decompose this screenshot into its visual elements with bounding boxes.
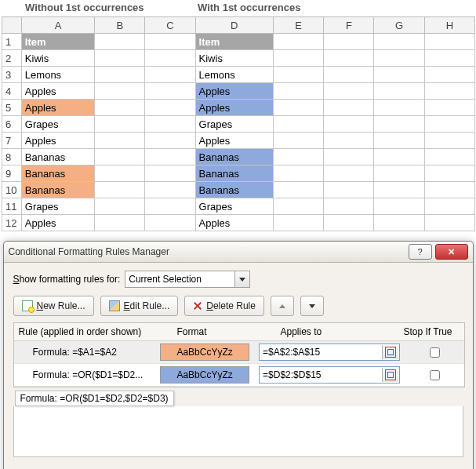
cell[interactable] <box>374 165 424 182</box>
cell[interactable] <box>424 67 474 83</box>
cell[interactable] <box>274 116 324 133</box>
cell[interactable] <box>274 34 324 50</box>
cell[interactable] <box>324 67 374 83</box>
cell[interactable] <box>424 83 474 100</box>
show-rules-combo[interactable]: Current Selection <box>125 271 250 288</box>
cell[interactable] <box>274 165 324 182</box>
col-header[interactable]: A <box>21 17 94 34</box>
col-header[interactable]: H <box>424 17 474 34</box>
cell[interactable] <box>324 182 374 198</box>
cell[interactable]: Item <box>195 34 273 50</box>
row-header[interactable]: 5 <box>2 100 22 116</box>
cell[interactable]: Grapes <box>21 198 94 215</box>
cell[interactable] <box>145 50 195 67</box>
col-header[interactable]: E <box>274 17 324 34</box>
cell[interactable]: Apples <box>195 100 273 116</box>
col-header[interactable]: D <box>195 17 273 34</box>
cell[interactable] <box>274 83 324 100</box>
applies-to-input[interactable]: =$D$2:$D$15 <box>259 366 400 384</box>
cell[interactable]: Apples <box>195 83 273 100</box>
cell[interactable] <box>95 67 145 83</box>
row-header[interactable]: 9 <box>2 165 22 182</box>
cell[interactable] <box>324 198 374 215</box>
cell[interactable] <box>374 67 424 83</box>
help-button[interactable]: ? <box>409 244 432 260</box>
cell[interactable] <box>145 198 195 215</box>
row-header[interactable]: 7 <box>2 133 22 149</box>
row-header[interactable]: 2 <box>2 50 22 67</box>
cell[interactable] <box>374 116 424 133</box>
cell[interactable] <box>274 215 324 231</box>
cell[interactable] <box>145 116 195 133</box>
cell[interactable] <box>95 116 145 133</box>
cell[interactable] <box>324 165 374 182</box>
cell[interactable] <box>424 215 474 231</box>
cell[interactable]: Bananas <box>21 149 94 165</box>
cell[interactable] <box>145 100 195 116</box>
cell[interactable] <box>324 133 374 149</box>
cell[interactable]: Grapes <box>195 198 273 215</box>
cell[interactable] <box>274 198 324 215</box>
col-header[interactable]: B <box>95 17 145 34</box>
cell[interactable] <box>324 83 374 100</box>
row-header[interactable]: 12 <box>2 215 22 231</box>
cell[interactable] <box>274 50 324 67</box>
cell[interactable] <box>324 34 374 50</box>
edit-rule-button[interactable]: Edit Rule... <box>100 296 179 316</box>
cell[interactable] <box>274 100 324 116</box>
cell[interactable] <box>424 133 474 149</box>
cell[interactable] <box>424 116 474 133</box>
cell[interactable] <box>95 182 145 198</box>
stop-if-true-checkbox[interactable] <box>430 347 440 358</box>
cell[interactable] <box>145 67 195 83</box>
cell[interactable] <box>274 182 324 198</box>
cell[interactable] <box>95 215 145 231</box>
cell[interactable] <box>324 215 374 231</box>
cell[interactable] <box>374 215 424 231</box>
cell[interactable]: Item <box>21 34 94 50</box>
row-header[interactable]: 3 <box>2 67 22 83</box>
cell[interactable]: Grapes <box>195 116 273 133</box>
cell[interactable] <box>324 100 374 116</box>
row-header[interactable]: 10 <box>2 182 22 198</box>
cell[interactable] <box>95 34 145 50</box>
cell[interactable]: Apples <box>195 133 273 149</box>
cell[interactable]: Kiwis <box>195 50 273 67</box>
row-header[interactable]: 1 <box>2 34 22 50</box>
cell[interactable]: Kiwis <box>21 50 94 67</box>
cell[interactable] <box>374 198 424 215</box>
cell[interactable]: Bananas <box>195 165 273 182</box>
rule-row[interactable]: Formula: =$A1=$A2AaBbCcYyZz=$A$2:$A$15 <box>14 341 464 364</box>
new-rule-button[interactable]: New Rule... <box>13 296 94 316</box>
stop-if-true-checkbox[interactable] <box>430 370 440 380</box>
cell[interactable] <box>374 83 424 100</box>
row-header[interactable]: 4 <box>2 83 22 100</box>
cell[interactable] <box>324 116 374 133</box>
cell[interactable] <box>95 198 145 215</box>
cell[interactable] <box>274 149 324 165</box>
cell[interactable] <box>324 149 374 165</box>
cell[interactable]: Grapes <box>21 116 94 133</box>
cell[interactable] <box>374 149 424 165</box>
applies-to-input[interactable]: =$A$2:$A$15 <box>259 344 400 361</box>
cell[interactable]: Apples <box>21 100 94 116</box>
cell[interactable] <box>374 34 424 50</box>
cell[interactable] <box>145 83 195 100</box>
col-header[interactable]: G <box>374 17 424 34</box>
cell[interactable]: Apples <box>195 215 273 231</box>
row-header[interactable]: 11 <box>2 198 22 215</box>
cell[interactable]: Lemons <box>195 67 273 83</box>
cell[interactable] <box>145 215 195 231</box>
range-picker-icon[interactable] <box>382 368 398 382</box>
cell[interactable] <box>145 133 195 149</box>
col-header[interactable]: C <box>145 17 195 34</box>
cell[interactable] <box>324 50 374 67</box>
cell[interactable] <box>424 182 474 198</box>
cell[interactable] <box>374 133 424 149</box>
cell[interactable]: Bananas <box>21 165 94 182</box>
cell[interactable] <box>424 198 474 215</box>
cell[interactable] <box>95 165 145 182</box>
cell[interactable] <box>145 34 195 50</box>
cell[interactable]: Apples <box>21 215 94 231</box>
cell[interactable] <box>424 50 474 67</box>
